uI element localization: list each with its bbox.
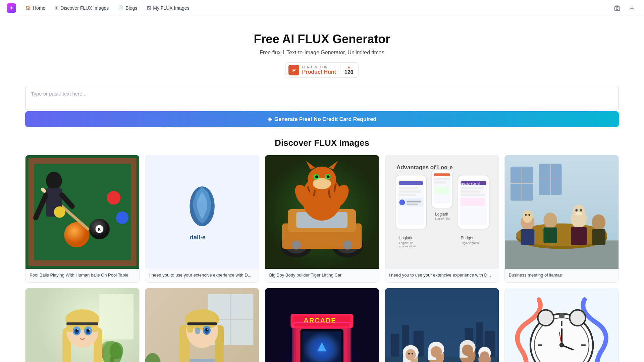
generate-icon: ◈ (268, 116, 272, 122)
ph-featured-label: FEATURED ON (302, 65, 327, 69)
svg-point-38 (313, 178, 331, 189)
svg-point-20 (107, 191, 121, 205)
svg-rect-93 (543, 227, 557, 243)
svg-point-44 (327, 175, 329, 178)
svg-point-217 (570, 310, 585, 326)
svg-rect-63 (434, 173, 449, 176)
svg-point-47 (292, 240, 301, 249)
image-card-llama[interactable]: Business meeting of llamas (504, 155, 619, 283)
svg-text:Logiark: Logiark (399, 236, 412, 240)
svg-point-193 (406, 349, 416, 361)
svg-rect-53 (398, 181, 423, 185)
svg-rect-65 (434, 181, 446, 184)
card-dalle-caption: i need you to use your extencive experie… (145, 269, 259, 282)
svg-point-91 (528, 214, 530, 216)
image-icon: 🖼 (147, 5, 151, 10)
hero-subtitle: Free flux.1 Text-to-Image Generator, Unl… (7, 50, 637, 56)
svg-point-195 (411, 353, 413, 355)
svg-text:Budget: Budget (461, 236, 473, 240)
svg-rect-140 (186, 359, 218, 362)
ph-text: FEATURED ON Product Hunt (302, 65, 336, 75)
image-card-arcade[interactable]: ARCADE (265, 288, 379, 362)
svg-point-43 (315, 175, 318, 178)
svg-text:Logiark: graph: Logiark: graph (461, 241, 479, 245)
user-icon-btn[interactable] (627, 3, 637, 13)
prompt-textarea[interactable] (25, 86, 619, 110)
logo[interactable]: ✦ (7, 3, 16, 13)
image-card-clock[interactable] (504, 288, 619, 362)
home-icon: 🏠 (25, 5, 31, 10)
svg-rect-55 (398, 190, 421, 193)
ph-upvote-arrow: ▲ (347, 65, 351, 69)
nav-my-images-label: My FLUX Images (153, 5, 189, 11)
camera-icon-btn[interactable] (612, 3, 623, 13)
svg-rect-6 (28, 260, 136, 266)
svg-text:dall·e: dall·e (190, 234, 206, 241)
image-card-dalle[interactable]: dall·e i need you to use your extencive … (145, 155, 259, 283)
svg-text:Logiark: Set: Logiark: Set (435, 217, 450, 220)
svg-text:Logiark: Logiark (435, 212, 448, 217)
svg-text:ARCADE: ARCADE (304, 317, 336, 324)
svg-point-205 (462, 345, 473, 356)
generate-label: Generate Free! No Credit Card Required (274, 116, 376, 122)
input-section: ◈ Generate Free! No Credit Card Required (0, 86, 644, 132)
svg-rect-66 (434, 187, 449, 194)
svg-point-58 (399, 199, 405, 205)
svg-rect-110 (99, 294, 133, 340)
nav-blogs-label: Blogs (125, 5, 137, 11)
svg-point-92 (543, 213, 557, 228)
document-icon: 📄 (118, 5, 123, 10)
ph-count: 120 (344, 69, 354, 75)
svg-point-16 (46, 172, 62, 190)
svg-line-15 (43, 189, 44, 191)
svg-rect-56 (398, 194, 416, 196)
svg-rect-5 (28, 158, 136, 164)
generate-button[interactable]: ◈ Generate Free! No Credit Card Required (25, 111, 619, 127)
svg-rect-87 (521, 229, 534, 245)
nav-discover-label: Discover FLUX Images (60, 5, 109, 11)
ph-product-hunt-label: Product Hunt (302, 69, 336, 75)
svg-point-200 (430, 346, 442, 358)
image-card-tiger[interactable]: Big Boy Body builder Tiger Lifting Car (265, 155, 379, 283)
svg-point-100 (575, 212, 582, 216)
svg-text:8: 8 (98, 227, 101, 232)
image-card-anime1[interactable] (25, 288, 140, 362)
svg-point-48 (343, 240, 352, 249)
svg-rect-74 (461, 198, 484, 206)
svg-point-21 (54, 206, 65, 218)
svg-rect-54 (398, 187, 418, 189)
svg-rect-7 (28, 158, 34, 266)
svg-rect-95 (571, 227, 587, 245)
ph-logo: P (288, 65, 299, 75)
image-card-app[interactable]: Advantages of Log-e (385, 155, 499, 283)
svg-rect-71 (461, 187, 483, 189)
image-card-meeting[interactable] (385, 288, 499, 362)
svg-rect-60 (407, 203, 418, 205)
svg-point-1 (616, 7, 618, 9)
card-app-caption: i need you to use your extencive experie… (385, 269, 499, 282)
svg-point-129 (77, 329, 78, 330)
svg-rect-72 (461, 190, 480, 193)
image-card-pool[interactable]: 8 Pool Balls Playing With Human balls On… (25, 155, 140, 283)
product-hunt-badge[interactable]: P FEATURED ON Product Hunt ▲ 120 (285, 62, 358, 78)
hero-section: Free AI FLUX Generator Free flux.1 Text-… (0, 16, 644, 86)
svg-text:Budget control: Budget control (461, 182, 480, 185)
svg-point-22 (116, 212, 128, 224)
svg-point-130 (89, 329, 90, 330)
svg-text:spaces allow: spaces allow (399, 245, 416, 248)
image-grid: 8 Pool Balls Playing With Human balls On… (25, 155, 619, 362)
nav-home[interactable]: 🏠 Home (21, 3, 49, 13)
logo-icon: ✦ (9, 5, 13, 11)
discover-title: Discover FLUX Images (25, 138, 619, 148)
nav-my-images[interactable]: 🖼 My FLUX Images (143, 3, 193, 13)
nav-blogs[interactable]: 📄 Blogs (114, 3, 141, 13)
nav-discover[interactable]: ⊞ Discover FLUX Images (51, 3, 113, 13)
grid-icon: ⊞ (55, 5, 58, 10)
svg-rect-73 (461, 194, 484, 196)
svg-point-101 (592, 214, 605, 230)
navbar: ✦ 🏠 Home ⊞ Discover FLUX Images 📄 Blogs … (0, 0, 644, 16)
image-card-anime2[interactable] (145, 288, 259, 362)
svg-rect-181 (391, 334, 399, 357)
svg-point-209 (480, 352, 489, 361)
ph-count-block: ▲ 120 (340, 65, 354, 75)
